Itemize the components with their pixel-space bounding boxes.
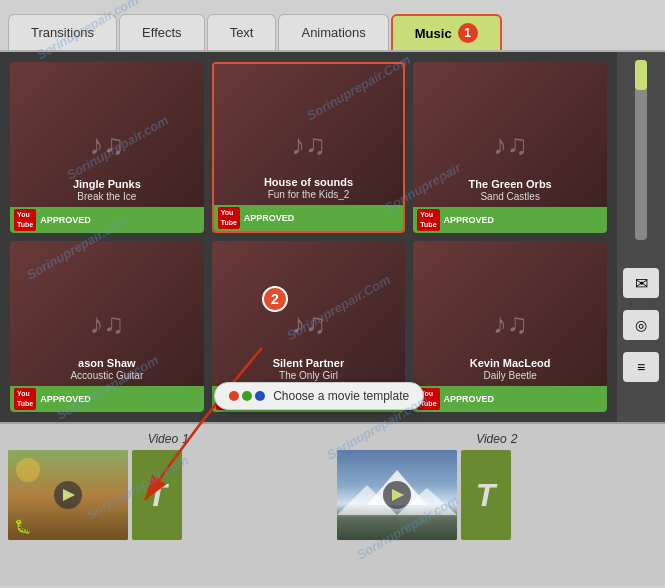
email-button[interactable]: ✉ — [623, 268, 659, 298]
play-icon-2 — [392, 489, 404, 501]
music-card-1-info: Jingle Punks Break the Ice — [10, 174, 204, 205]
music-card-4-info: ason Shaw Accoustic Guitar — [10, 353, 204, 384]
dot-red — [229, 391, 239, 401]
text-block-1[interactable]: T — [132, 450, 182, 540]
movie-template-tooltip[interactable]: Choose a movie template — [214, 382, 424, 410]
music-note-3: ♪♫ — [493, 128, 528, 160]
approved-badge-4: YouTube APPROVED — [10, 386, 204, 412]
music-card-6[interactable]: ♪♫ Kevin MacLeod Daily Beetle YouTube AP… — [413, 241, 607, 412]
tab-music[interactable]: Music 1 — [391, 14, 502, 50]
video-thumb-2[interactable] — [337, 450, 457, 540]
timeline: Video 1 — [0, 422, 665, 586]
dot-green — [242, 391, 252, 401]
approved-badge-2: YouTube APPROVED — [214, 205, 404, 231]
timeline-section-1: Video 1 — [8, 432, 329, 578]
scrollbar-track[interactable] — [635, 60, 647, 240]
dot-blue — [255, 391, 265, 401]
music-card-2[interactable]: ♪♫ House of sounds Fun for the Kids_2 Yo… — [212, 62, 406, 233]
yt-logo-2: YouTube — [218, 207, 240, 229]
music-card-6-info: Kevin MacLeod Daily Beetle — [413, 353, 607, 384]
play-button-2[interactable] — [383, 481, 411, 509]
yt-logo-4: YouTube — [14, 388, 36, 410]
music-card-3-info: The Green Orbs Sand Castles — [413, 174, 607, 205]
main-content: ♪♫ Jingle Punks Break the Ice YouTube AP… — [0, 52, 665, 422]
video2-label: Video — [476, 432, 506, 446]
tab-bar: Transitions Effects Text Animations Musi… — [0, 0, 665, 52]
music-grid: ♪♫ Jingle Punks Break the Ice YouTube AP… — [0, 52, 617, 422]
sidebar: ✉ ◎ ≡ — [617, 52, 665, 422]
badge-2: 2 — [262, 286, 288, 312]
music-badge: 1 — [458, 23, 478, 43]
video2-num: 2 — [511, 432, 518, 446]
timeline-row-2: T — [337, 450, 658, 540]
approved-badge-3: YouTube APPROVED — [413, 207, 607, 233]
music-card-4[interactable]: ♪♫ ason Shaw Accoustic Guitar YouTube AP… — [10, 241, 204, 412]
approved-badge-6: YouTube APPROVED — [413, 386, 607, 412]
tab-text[interactable]: Text — [207, 14, 277, 50]
video-thumb-1[interactable]: 🐛 — [8, 450, 128, 540]
approved-badge-1: YouTube APPROVED — [10, 207, 204, 233]
tooltip-text: Choose a movie template — [273, 389, 409, 403]
video-thumb-2-content — [337, 450, 457, 540]
tooltip-dots — [229, 391, 265, 401]
export-button[interactable]: ≡ — [623, 352, 659, 382]
tab-animations[interactable]: Animations — [278, 14, 388, 50]
app-container: Sorinuprepair.com Sorinuprepair.Com Sori… — [0, 0, 665, 588]
tab-effects[interactable]: Effects — [119, 14, 205, 50]
scrollbar-thumb[interactable] — [635, 60, 647, 90]
play-button-1[interactable] — [54, 481, 82, 509]
yt-logo-1: YouTube — [14, 209, 36, 231]
music-note-1: ♪♫ — [89, 128, 124, 160]
play-icon-1 — [63, 489, 75, 501]
music-note-4: ♪♫ — [89, 307, 124, 339]
music-note-5: ♪♫ — [291, 307, 326, 339]
video-thumb-1-content: 🐛 — [8, 450, 128, 540]
music-note-6: ♪♫ — [493, 307, 528, 339]
video1-label: Video — [148, 432, 178, 446]
svg-point-1 — [16, 458, 40, 482]
share-button[interactable]: ◎ — [623, 310, 659, 340]
music-card-5-info: Silent Partner The Only Girl — [212, 353, 406, 384]
text-block-2[interactable]: T — [461, 450, 511, 540]
music-card-2-info: House of sounds Fun for the Kids_2 — [214, 172, 404, 203]
yt-logo-3: YouTube — [417, 209, 439, 231]
snake-icon: 🐛 — [14, 518, 31, 534]
music-card-3[interactable]: ♪♫ The Green Orbs Sand Castles YouTube A… — [413, 62, 607, 233]
music-note-2: ♪♫ — [291, 128, 326, 160]
tab-transitions[interactable]: Transitions — [8, 14, 117, 50]
timeline-row-1: 🐛 T — [8, 450, 329, 540]
video1-num: 1 — [182, 432, 189, 446]
timeline-section-2: Video 2 — [337, 432, 658, 578]
music-card-1[interactable]: ♪♫ Jingle Punks Break the Ice YouTube AP… — [10, 62, 204, 233]
